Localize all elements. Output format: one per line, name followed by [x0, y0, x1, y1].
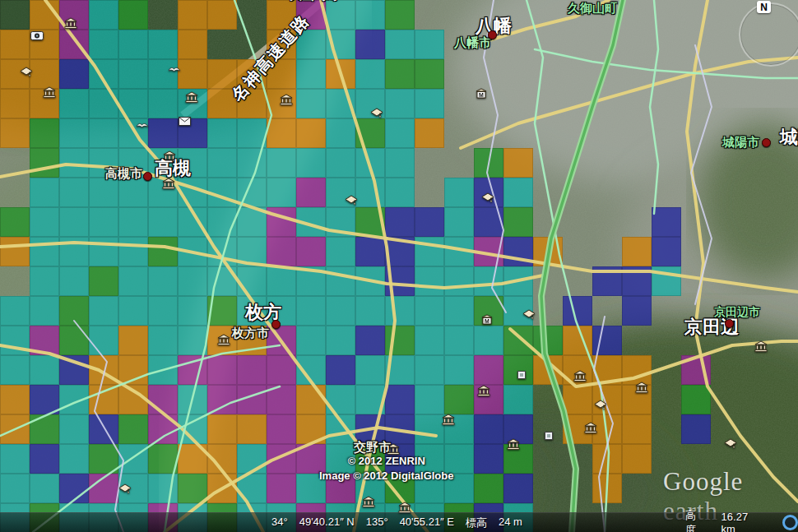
grid-cell	[89, 59, 118, 89]
grid-cell	[89, 326, 118, 355]
grid-cell	[355, 0, 385, 30]
bird-icon[interactable]	[136, 118, 149, 132]
museum-icon[interactable]	[217, 334, 230, 349]
museum-icon[interactable]	[185, 91, 198, 106]
grid-cell	[0, 118, 30, 148]
grid-cell	[503, 178, 533, 207]
museum-icon[interactable]	[507, 438, 520, 453]
museum-icon[interactable]	[280, 94, 293, 109]
grid-cell	[118, 444, 148, 474]
museum-icon[interactable]	[573, 370, 587, 385]
grid-cell	[326, 207, 355, 237]
grid-cell	[296, 237, 326, 266]
camera-icon[interactable]	[30, 29, 44, 44]
envelope-icon[interactable]	[179, 114, 191, 129]
museum-icon[interactable]	[754, 340, 768, 355]
grid-cell	[355, 30, 385, 59]
grid-cell	[59, 444, 89, 474]
school-icon[interactable]	[522, 308, 536, 323]
grid-cell	[207, 178, 237, 207]
grid-cell	[59, 59, 89, 89]
grid-cell	[385, 237, 415, 266]
landmark-square-icon[interactable]	[545, 428, 553, 443]
grid-cell	[563, 296, 592, 326]
grid-cell	[30, 59, 59, 89]
city-marker-dot[interactable]	[143, 172, 152, 181]
grid-cell	[0, 207, 30, 237]
grid-cell	[415, 59, 444, 89]
school-icon[interactable]	[481, 192, 494, 206]
grid-cell	[474, 414, 503, 444]
grid-cell	[415, 266, 444, 296]
elevation-value: 24 m	[499, 516, 522, 530]
museum-icon[interactable]	[163, 150, 176, 165]
copyright-notice: © 2012 ZENRIN Image © 2012 DigitalGlobe	[319, 454, 453, 483]
grid-cell	[326, 266, 355, 296]
grid-cell	[622, 266, 652, 296]
city-marker-dot[interactable]	[488, 30, 497, 39]
grid-cell	[355, 59, 385, 89]
grid-cell	[207, 266, 237, 296]
bird-icon[interactable]	[168, 62, 181, 76]
school-icon[interactable]	[594, 399, 607, 414]
eye-altitude-icon	[782, 515, 798, 530]
m-building-icon[interactable]: M	[476, 87, 487, 102]
grid-cell	[415, 30, 444, 59]
grid-cell	[385, 118, 415, 148]
grid-cell	[415, 414, 444, 444]
museum-icon[interactable]	[477, 385, 490, 400]
grid-cell	[444, 296, 474, 326]
grid-cell	[355, 355, 385, 385]
grid-cell	[267, 237, 296, 266]
grid-cell	[30, 474, 59, 503]
city-marker-dot[interactable]	[725, 319, 734, 328]
grid-cell	[444, 266, 474, 296]
grid-cell	[267, 266, 296, 296]
school-icon[interactable]	[20, 66, 33, 81]
grid-cell	[681, 355, 711, 385]
grid-cell	[503, 266, 533, 296]
grid-cell	[326, 414, 355, 444]
grid-cell	[592, 355, 622, 385]
city-marker-dot[interactable]	[271, 320, 281, 329]
grid-cell	[118, 296, 148, 326]
museum-icon[interactable]	[584, 422, 597, 437]
grid-cell	[296, 30, 326, 59]
m-building-icon[interactable]: M	[481, 313, 493, 328]
grid-cell	[59, 89, 89, 118]
coordinates-readout: 34° 49'40.21″ N 135° 40'55.21″ E 標高 24 m	[271, 516, 522, 530]
grid-cell	[89, 296, 118, 326]
grid-cell	[267, 30, 296, 59]
grid-cell	[296, 296, 326, 326]
school-icon[interactable]	[370, 107, 383, 122]
landmark-square-icon[interactable]	[517, 368, 526, 382]
school-icon[interactable]	[118, 483, 132, 497]
grid-cell	[267, 444, 296, 474]
grid-cell	[267, 326, 296, 355]
grid-cell	[148, 355, 178, 385]
compass-north-button[interactable]: N	[757, 1, 771, 13]
museum-icon[interactable]	[64, 17, 77, 32]
museum-icon[interactable]	[635, 382, 648, 396]
museum-icon[interactable]	[43, 86, 56, 101]
museum-icon[interactable]	[362, 496, 375, 511]
city-marker-dot[interactable]	[762, 138, 771, 147]
school-icon[interactable]	[724, 437, 737, 452]
grid-cell	[385, 355, 415, 385]
watermark-google: Google	[663, 467, 743, 496]
grid-cell	[207, 59, 237, 89]
grid-cell	[355, 326, 385, 355]
museum-icon[interactable]	[442, 414, 455, 428]
google-earth-map-canvas[interactable]: MM 大山崎町 名神高速道路 八幡八幡市久御山町城陽市城陽高槻高槻市枚方枚方市交…	[0, 0, 798, 532]
grid-cell	[355, 148, 385, 178]
school-icon[interactable]	[345, 194, 358, 209]
svg-text:M: M	[485, 318, 489, 324]
grid-cell	[30, 148, 59, 178]
grid-cell	[296, 355, 326, 385]
museum-icon[interactable]	[162, 178, 175, 192]
grid-cell	[59, 355, 89, 385]
grid-cell	[237, 444, 267, 474]
grid-cell	[355, 296, 385, 326]
grid-cell	[503, 385, 533, 414]
grid-cell	[237, 326, 267, 355]
